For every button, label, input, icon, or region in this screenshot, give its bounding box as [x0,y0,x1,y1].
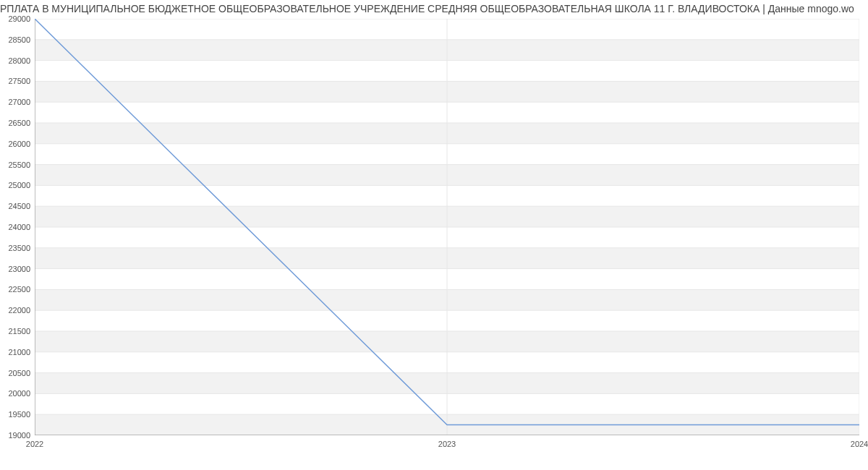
y-tick-label: 20500 [8,369,30,377]
y-tick-label: 27500 [8,77,30,85]
y-tick-label: 25500 [8,161,30,169]
y-tick-label: 25000 [8,181,30,189]
y-tick-label: 28000 [8,56,30,65]
y-tick-label: 26000 [8,140,30,148]
x-tick-label: 2022 [26,440,43,448]
y-tick-label: 22500 [8,285,30,294]
y-tick-label: 19000 [8,431,30,440]
chart-title: РПЛАТА В МУНИЦИПАЛЬНОЕ БЮДЖЕТНОЕ ОБЩЕОБР… [0,0,868,19]
y-tick-label: 21000 [8,348,30,356]
y-tick-label: 19500 [8,410,30,419]
y-tick-label: 26500 [8,119,30,127]
y-tick-label: 24000 [8,223,30,231]
y-tick-label: 27000 [8,98,30,106]
x-tick-label: 2023 [438,440,456,448]
y-tick-label: 21500 [8,327,30,336]
y-tick-label: 23500 [8,244,30,252]
y-tick-label: 20000 [8,389,30,398]
y-tick-label: 28500 [8,35,30,44]
y-tick-label: 29000 [8,14,30,23]
y-tick-label: 24500 [8,202,30,210]
chart-plot-area: 1900019500200002050021000215002200022500… [35,19,859,435]
x-tick-label: 2024 [851,440,868,448]
y-tick-label: 22000 [8,306,30,315]
y-tick-label: 23000 [8,265,30,273]
